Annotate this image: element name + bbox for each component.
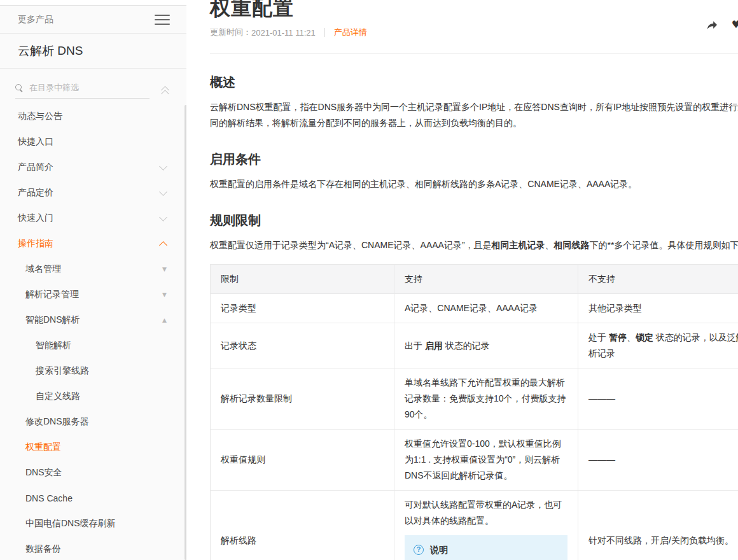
- triangle-up-icon: ▲: [162, 317, 167, 323]
- sidebar-item-intelligent-dns[interactable]: 智能DNS解析 ▲: [0, 307, 186, 333]
- sidebar-menu: 动态与公告 快捷入口 产品简介 产品定价 快速入门 操作指南 域名管理 ▼ 解析…: [0, 104, 186, 560]
- hamburger-menu-icon[interactable]: [155, 15, 170, 25]
- note-title: 说明: [430, 543, 555, 556]
- enable-conditions-paragraph: 权重配置的启用条件是域名下存在相同的主机记录、相同解析线路的多条A记录、CNAM…: [210, 176, 738, 192]
- sidebar-item-weight-config[interactable]: 权重配置: [0, 435, 186, 460]
- sidebar-item-dns-cache[interactable]: DNS Cache: [0, 486, 186, 511]
- sidebar-item-search-engine-lines[interactable]: 搜索引擎线路: [0, 358, 186, 384]
- product-details-link[interactable]: 产品详情: [334, 27, 367, 38]
- chevron-up-icon: [160, 241, 167, 247]
- sidebar-item-operation-guide[interactable]: 操作指南: [0, 231, 186, 256]
- dash-cell: ———: [578, 430, 738, 491]
- sidebar-item-domain-management[interactable]: 域名管理 ▼: [0, 256, 186, 282]
- chevron-down-icon: [160, 215, 167, 221]
- table-row: 解析线路 可对默认线路配置带权重的A记录，也可以对具体的线路配置。 ? 说明 不…: [211, 491, 738, 560]
- note-box: ? 说明 不同线路中，其权重相互独立。: [405, 535, 567, 560]
- col-header-limit: 限制: [211, 265, 394, 294]
- section-heading-enable-conditions: 启用条件: [210, 151, 738, 168]
- doc-header: 权重配置 更新时间： 2021-01-11 11:21 产品详情 ♥ 我: [210, 0, 738, 54]
- sidebar-item-record-management[interactable]: 解析记录管理 ▼: [0, 282, 186, 307]
- table-row: 记录状态 出于 启用 状态的记录 处于 暂停、锁定 状态的记录，以及泛解析记录: [211, 323, 738, 368]
- table-header-row: 限制 支持 不支持: [211, 265, 738, 294]
- question-circle-icon: ?: [414, 545, 424, 555]
- updated-time: 2021-01-11 11:21: [251, 28, 316, 38]
- sidebar-search: [15, 83, 170, 99]
- sidebar-item-product-intro[interactable]: 产品简介: [0, 155, 186, 180]
- collapse-all-icon[interactable]: [161, 87, 170, 95]
- more-products-label: 更多产品: [18, 14, 53, 25]
- sidebar-item-data-backup[interactable]: 数据备份: [0, 536, 186, 560]
- search-input[interactable]: [29, 83, 125, 92]
- favorite-heart-icon[interactable]: ♥: [732, 20, 738, 30]
- share-icon[interactable]: [707, 20, 718, 30]
- table-row: 记录类型 A记录、CNAME记录、AAAA记录 其他记录类型: [211, 294, 738, 323]
- col-header-support: 支持: [394, 265, 578, 294]
- sidebar-item-quick-entry[interactable]: 快捷入口: [0, 129, 186, 155]
- meta-divider: [324, 28, 325, 37]
- main-content: 权重配置 更新时间： 2021-01-11 11:21 产品详情 ♥ 我 概述 …: [186, 0, 738, 560]
- table-row: 权重值规则 权重值允许设置0-100，默认权重值比例为1:1 . 支持权重值设置…: [211, 430, 738, 491]
- rule-limits-table: 限制 支持 不支持 记录类型 A记录、CNAME记录、AAAA记录 其他记录类型…: [210, 264, 738, 560]
- product-title: 云解析 DNS: [0, 34, 186, 69]
- sidebar-item-modify-dns-server[interactable]: 修改DNS服务器: [0, 409, 186, 435]
- dash-cell: ———: [578, 368, 738, 430]
- col-header-unsupport: 不支持: [578, 265, 738, 294]
- triangle-down-icon: ▼: [162, 291, 167, 298]
- sidebar-item-dynamics-announcements[interactable]: 动态与公告: [0, 104, 186, 129]
- sidebar: 更多产品 云解析 DNS 动态与公告 快捷入口 产品简介 产品定价 快速入门 操…: [0, 5, 186, 560]
- sidebar-item-intelligent-resolution[interactable]: 智能解析: [0, 333, 186, 358]
- sidebar-item-quick-start[interactable]: 快速入门: [0, 206, 186, 231]
- rule-limits-paragraph: 权重配置仅适用于记录类型为“A记录、CNAME记录、AAAA记录”，且是相同主机…: [210, 237, 738, 253]
- section-heading-rule-limits: 规则限制: [210, 212, 738, 229]
- section-heading-overview: 概述: [210, 74, 738, 91]
- chevron-down-icon: [160, 164, 167, 171]
- chevron-down-icon: [160, 190, 167, 196]
- page-title: 权重配置: [210, 0, 738, 23]
- more-products-bar[interactable]: 更多产品: [0, 6, 186, 34]
- sidebar-item-dns-security[interactable]: DNS安全: [0, 460, 186, 486]
- search-icon: [15, 84, 23, 92]
- triangle-down-icon: ▼: [162, 266, 167, 272]
- sidebar-item-telecom-dns-cache-refresh[interactable]: 中国电信DNS缓存刷新: [0, 511, 186, 536]
- table-row: 解析记录数量限制 单域名单线路下允许配置权重的最大解析记录数量：免费版支持10个…: [211, 368, 738, 430]
- overview-paragraph: 云解析DNS权重配置，指在DNS服务器中为同一个主机记录配置多个IP地址，在应答…: [210, 99, 738, 131]
- sidebar-item-custom-lines[interactable]: 自定义线路: [0, 384, 186, 409]
- updated-label: 更新时间：: [210, 27, 251, 38]
- sidebar-item-product-pricing[interactable]: 产品定价: [0, 180, 186, 206]
